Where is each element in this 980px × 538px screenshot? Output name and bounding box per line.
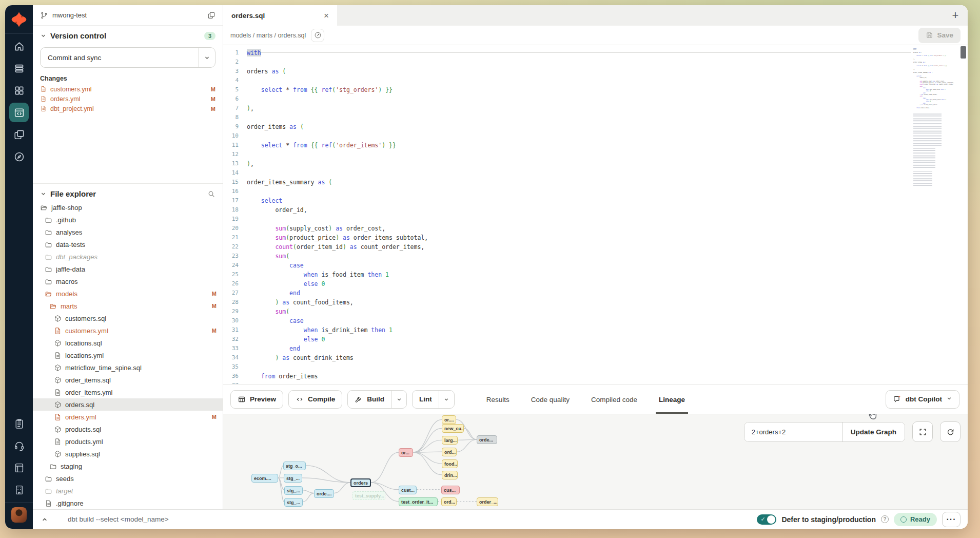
- code-line[interactable]: 18 order_id,: [223, 205, 968, 215]
- tab-orders-sql[interactable]: orders.sql ×: [223, 5, 337, 26]
- lint-button[interactable]: Lint: [412, 390, 455, 409]
- code-line[interactable]: 31 when is_drink_item then 1: [223, 325, 968, 335]
- changed-file-row[interactable]: customers.ymlM: [33, 84, 223, 94]
- code-line[interactable]: 34 ) as count_drink_items: [223, 353, 968, 362]
- dbt-copilot-button[interactable]: dbt Copilot: [886, 390, 959, 409]
- lineage-node-stg_o[interactable]: stg_o...: [283, 462, 306, 470]
- close-tab-icon[interactable]: ×: [324, 11, 329, 20]
- code-line[interactable]: 7),: [223, 104, 968, 113]
- lineage-node-orders[interactable]: orders: [350, 478, 371, 487]
- help-icon[interactable]: ?: [881, 515, 889, 523]
- lineage-node-stg_c[interactable]: stg_...: [284, 486, 303, 495]
- commit-and-sync-button[interactable]: Commit and sync: [40, 47, 215, 68]
- lineage-node-y_ord2[interactable]: ord...: [441, 497, 457, 506]
- notebook-icon[interactable]: [9, 458, 29, 477]
- file-tree-item[interactable]: locations.yml: [33, 349, 223, 361]
- fullscreen-button[interactable]: [912, 421, 933, 442]
- code-line[interactable]: 36 from order_items: [223, 372, 968, 381]
- lineage-node-test_oi[interactable]: test_order_it...: [399, 497, 438, 506]
- git-branch-row[interactable]: mwong-test: [33, 5, 223, 26]
- clipboard-icon[interactable]: [9, 414, 29, 433]
- new-tab-button[interactable]: +: [943, 5, 968, 26]
- code-line[interactable]: 8: [223, 113, 968, 122]
- file-tree-item[interactable]: .gitignore: [33, 497, 223, 509]
- file-explorer-header[interactable]: File explorer: [33, 184, 223, 201]
- file-tree-item[interactable]: jaffle-shop: [33, 201, 223, 214]
- compass-icon[interactable]: [9, 147, 29, 166]
- file-tree-item[interactable]: modelsM: [33, 287, 223, 300]
- lineage-node-y_food[interactable]: food...: [442, 459, 458, 468]
- status-badge[interactable]: Ready: [894, 513, 937, 526]
- file-tree-item[interactable]: target: [33, 485, 223, 497]
- build-dropdown-toggle[interactable]: [391, 391, 406, 408]
- dbt-logo-icon[interactable]: [10, 11, 28, 28]
- changed-file-row[interactable]: dbt_project.ymlM: [33, 104, 223, 113]
- lint-dropdown-toggle[interactable]: [439, 391, 454, 408]
- lineage-node-or_p[interactable]: or...: [399, 448, 413, 457]
- lineage-node-ghost[interactable]: test_supply...: [352, 491, 385, 500]
- user-avatar[interactable]: [11, 507, 27, 523]
- code-line[interactable]: 6: [223, 94, 968, 104]
- code-icon[interactable]: [9, 103, 29, 122]
- file-tree-item[interactable]: customers.sql: [33, 312, 223, 324]
- output-tab-compiled-code[interactable]: Compiled code: [591, 385, 637, 414]
- code-line[interactable]: 13),: [223, 159, 968, 168]
- code-line[interactable]: 33 end: [223, 344, 968, 353]
- changed-file-row[interactable]: orders.ymlM: [33, 94, 223, 104]
- code-line[interactable]: 27 end: [223, 289, 968, 298]
- file-tree-item[interactable]: .github: [33, 214, 223, 226]
- lineage-node-y_drin[interactable]: drin...: [442, 471, 458, 479]
- lineage-node-orde1[interactable]: orde....: [314, 489, 334, 498]
- preview-button[interactable]: Preview: [230, 390, 283, 409]
- code-line[interactable]: 28 ) as count_food_items,: [223, 298, 968, 307]
- compile-button[interactable]: Compile: [288, 390, 342, 409]
- code-line[interactable]: 37: [223, 381, 968, 384]
- file-tree-item[interactable]: jaffle-data: [33, 263, 223, 275]
- file-tree-item[interactable]: staging: [33, 460, 223, 472]
- home-icon[interactable]: [9, 36, 29, 56]
- code-line[interactable]: 19: [223, 215, 968, 224]
- lineage-node-y_larg[interactable]: larg...: [442, 436, 458, 445]
- file-tree-item[interactable]: products.sql: [33, 423, 223, 435]
- code-line[interactable]: 22 count(order_item_id) as count_order_i…: [223, 242, 968, 252]
- more-options-button[interactable]: ···: [942, 512, 961, 527]
- output-tab-code-quality[interactable]: Code quality: [531, 385, 570, 414]
- windows-icon[interactable]: [9, 125, 29, 144]
- search-icon[interactable]: [207, 190, 215, 198]
- code-editor[interactable]: 1with23orders as (45 select * from {{ re…: [223, 45, 968, 384]
- lineage-node-y_or[interactable]: or....: [442, 415, 456, 424]
- chevron-up-icon[interactable]: [38, 516, 51, 523]
- stack-icon[interactable]: [9, 59, 29, 78]
- lineage-node-p_cus[interactable]: cus...: [441, 486, 460, 494]
- file-tree-item[interactable]: products.yml: [33, 435, 223, 448]
- code-line[interactable]: 24 case: [223, 261, 968, 270]
- lineage-panel[interactable]: Update Graph ecom....stg_o...stg_...stg_…: [223, 414, 968, 509]
- defer-toggle[interactable]: ✓: [757, 514, 776, 525]
- code-line[interactable]: 35: [223, 362, 968, 372]
- code-line[interactable]: 16: [223, 187, 968, 196]
- output-tab-lineage[interactable]: Lineage: [659, 385, 685, 414]
- file-tree-item[interactable]: locations.sql: [33, 337, 223, 349]
- code-line[interactable]: 15order_items_summary as (: [223, 178, 968, 187]
- code-line[interactable]: 1with: [223, 48, 968, 57]
- code-line[interactable]: 14: [223, 168, 968, 178]
- commit-dropdown-toggle[interactable]: [199, 48, 215, 67]
- lineage-selector-input[interactable]: [744, 422, 842, 441]
- code-line[interactable]: 26 else 0: [223, 279, 968, 289]
- code-line[interactable]: 25 when is_food_item then 1: [223, 270, 968, 279]
- code-line[interactable]: 12: [223, 150, 968, 159]
- code-line[interactable]: 29 sum(: [223, 307, 968, 316]
- code-line[interactable]: 30 case: [223, 316, 968, 325]
- lineage-node-stg_d[interactable]: stg_...: [284, 498, 303, 507]
- code-line[interactable]: 23 sum(: [223, 252, 968, 261]
- update-graph-button[interactable]: Update Graph: [842, 422, 905, 441]
- code-line[interactable]: 10: [223, 131, 968, 141]
- file-tree-item[interactable]: orders.sql: [33, 398, 223, 411]
- lineage-node-g_orde[interactable]: orde...: [477, 435, 497, 444]
- file-tree-item[interactable]: analyses: [33, 226, 223, 238]
- output-tab-results[interactable]: Results: [486, 385, 509, 414]
- file-tree-item[interactable]: data-tests: [33, 238, 223, 251]
- code-line[interactable]: 4: [223, 76, 968, 85]
- file-tree-item[interactable]: macros: [33, 275, 223, 287]
- version-control-header[interactable]: Version control 3: [33, 26, 223, 43]
